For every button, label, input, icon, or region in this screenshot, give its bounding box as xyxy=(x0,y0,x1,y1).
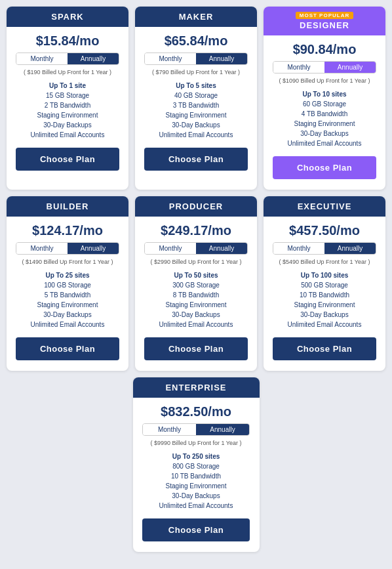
enterprise-grid: ENTERPRISE$832.50/moMonthlyAnnually( $99… xyxy=(7,377,385,552)
choose-plan-btn-enterprise[interactable]: Choose Plan xyxy=(142,518,250,541)
annually-btn-spark[interactable]: Annually xyxy=(68,53,119,64)
billing-toggle-producer[interactable]: MonthlyAnnually xyxy=(144,242,248,255)
choose-plan-btn-producer[interactable]: Choose Plan xyxy=(144,337,248,360)
features-list-maker: Up To 5 sites40 GB Storage3 TB Bandwidth… xyxy=(135,81,257,140)
feature-item: Up To 50 sites xyxy=(139,270,253,280)
feature-item: 30-Day Backups xyxy=(267,310,382,320)
feature-item: Staging Environment xyxy=(267,300,382,310)
feature-item: Unlimited Email Accounts xyxy=(137,501,256,511)
choose-plan-btn-builder[interactable]: Choose Plan xyxy=(16,337,119,360)
billed-note-executive: ( $5490 Billed Up Front for 1 Year ) xyxy=(279,259,370,265)
feature-item: Up To 100 sites xyxy=(267,270,382,280)
plan-price-executive: $457.50/mo xyxy=(286,217,363,242)
feature-item: 10 TB Bandwidth xyxy=(267,290,382,300)
feature-item: Staging Environment xyxy=(139,110,253,120)
choose-plan-btn-designer[interactable]: Choose Plan xyxy=(273,156,376,179)
feature-item: Staging Environment xyxy=(137,481,256,491)
monthly-btn-enterprise[interactable]: Monthly xyxy=(143,424,196,435)
feature-item: Staging Environment xyxy=(10,110,125,120)
plan-card-builder: BUILDER$124.17/moMonthlyAnnually( $1490 … xyxy=(7,196,128,371)
feature-item: 300 GB Storage xyxy=(139,280,253,290)
plan-price-designer: $90.84/mo xyxy=(290,35,359,61)
plan-name-producer: PRODUCER xyxy=(138,201,254,211)
feature-item: 40 GB Storage xyxy=(139,91,253,100)
card-header-executive: EXECUTIVE xyxy=(264,196,385,217)
plan-price-builder: $124.17/mo xyxy=(29,217,106,242)
annually-btn-designer[interactable]: Annually xyxy=(324,62,376,73)
card-header-enterprise: ENTERPRISE xyxy=(133,377,260,398)
plan-name-spark: SPARK xyxy=(9,12,126,22)
billing-toggle-maker[interactable]: MonthlyAnnually xyxy=(144,53,248,65)
card-header-builder: BUILDER xyxy=(7,196,128,217)
feature-item: Up To 250 sites xyxy=(137,452,256,461)
choose-plan-btn-maker[interactable]: Choose Plan xyxy=(144,148,248,171)
feature-item: 3 TB Bandwidth xyxy=(139,100,253,110)
feature-item: 30-Day Backups xyxy=(139,120,253,130)
feature-item: Unlimited Email Accounts xyxy=(10,130,125,140)
annually-btn-producer[interactable]: Annually xyxy=(196,243,247,254)
feature-item: 30-Day Backups xyxy=(267,129,382,138)
billed-note-producer: ( $2990 Billed Up Front for 1 Year ) xyxy=(150,259,241,265)
monthly-btn-designer[interactable]: Monthly xyxy=(273,62,324,73)
feature-item: 60 GB Storage xyxy=(267,99,382,109)
feature-item: Up To 25 sites xyxy=(10,270,125,280)
feature-item: Up To 1 site xyxy=(10,81,125,91)
choose-plan-btn-executive[interactable]: Choose Plan xyxy=(273,337,376,360)
monthly-btn-spark[interactable]: Monthly xyxy=(16,53,68,64)
feature-item: Staging Environment xyxy=(139,300,253,310)
billing-toggle-spark[interactable]: MonthlyAnnually xyxy=(16,53,119,65)
billing-toggle-builder[interactable]: MonthlyAnnually xyxy=(16,242,119,255)
features-list-spark: Up To 1 site15 GB Storage2 TB BandwidthS… xyxy=(7,81,128,140)
feature-item: 100 GB Storage xyxy=(10,280,125,290)
feature-item: Unlimited Email Accounts xyxy=(10,320,125,329)
plan-name-maker: MAKER xyxy=(138,12,254,22)
pricing-grid: SPARK$15.84/moMonthlyAnnually( $190 Bill… xyxy=(7,7,385,371)
monthly-btn-producer[interactable]: Monthly xyxy=(145,243,196,254)
monthly-btn-executive[interactable]: Monthly xyxy=(273,243,324,254)
plan-price-spark: $15.84/mo xyxy=(33,27,102,53)
plan-price-enterprise: $832.50/mo xyxy=(158,398,234,423)
features-list-designer: Up To 10 sites60 GB Storage4 TB Bandwidt… xyxy=(264,89,385,148)
monthly-btn-maker[interactable]: Monthly xyxy=(145,53,196,64)
monthly-btn-builder[interactable]: Monthly xyxy=(16,243,68,254)
annually-btn-builder[interactable]: Annually xyxy=(68,243,119,254)
choose-plan-btn-spark[interactable]: Choose Plan xyxy=(16,148,119,171)
feature-item: 30-Day Backups xyxy=(137,491,256,501)
features-list-builder: Up To 25 sites100 GB Storage5 TB Bandwid… xyxy=(7,270,128,329)
feature-item: 15 GB Storage xyxy=(10,91,125,100)
plan-card-designer: MOST POPULARDESIGNER$90.84/moMonthlyAnnu… xyxy=(264,7,385,190)
plan-card-enterprise: ENTERPRISE$832.50/moMonthlyAnnually( $99… xyxy=(133,377,260,552)
feature-item: 4 TB Bandwidth xyxy=(267,109,382,119)
feature-item: Unlimited Email Accounts xyxy=(139,320,253,329)
billed-note-builder: ( $1490 Billed Up Front for 1 Year ) xyxy=(22,259,113,265)
feature-item: Up To 5 sites xyxy=(139,81,253,91)
plan-price-maker: $65.84/mo xyxy=(162,27,231,53)
plan-name-executive: EXECUTIVE xyxy=(266,201,383,211)
billing-toggle-executive[interactable]: MonthlyAnnually xyxy=(273,242,376,255)
billed-note-spark: ( $190 Billed Up Front for 1 Year ) xyxy=(24,69,111,75)
feature-item: 30-Day Backups xyxy=(139,310,253,320)
feature-item: Unlimited Email Accounts xyxy=(267,320,382,329)
annually-btn-maker[interactable]: Annually xyxy=(196,53,247,64)
plan-name-enterprise: ENTERPRISE xyxy=(136,383,257,392)
feature-item: Unlimited Email Accounts xyxy=(267,138,382,148)
feature-item: 30-Day Backups xyxy=(10,310,125,320)
plan-card-maker: MAKER$65.84/moMonthlyAnnually( $790 Bill… xyxy=(135,7,257,190)
feature-item: Unlimited Email Accounts xyxy=(139,130,253,140)
card-header-designer: MOST POPULARDESIGNER xyxy=(264,7,385,35)
feature-item: 2 TB Bandwidth xyxy=(10,100,125,110)
card-header-spark: SPARK xyxy=(7,7,128,27)
billed-note-designer: ( $1090 Billed Up Front for 1 Year ) xyxy=(279,77,370,84)
annually-btn-enterprise[interactable]: Annually xyxy=(196,424,249,435)
card-header-producer: PRODUCER xyxy=(135,196,257,217)
billing-toggle-designer[interactable]: MonthlyAnnually xyxy=(273,61,376,74)
billed-note-maker: ( $790 Billed Up Front for 1 Year ) xyxy=(152,69,240,75)
plan-price-producer: $249.17/mo xyxy=(158,217,234,242)
billing-toggle-enterprise[interactable]: MonthlyAnnually xyxy=(142,423,250,436)
annually-btn-executive[interactable]: Annually xyxy=(324,243,376,254)
features-list-producer: Up To 50 sites300 GB Storage8 TB Bandwid… xyxy=(135,270,257,329)
feature-item: 800 GB Storage xyxy=(137,461,256,471)
feature-item: Staging Environment xyxy=(10,300,125,310)
feature-item: 5 TB Bandwidth xyxy=(10,290,125,300)
feature-item: Up To 10 sites xyxy=(267,89,382,99)
